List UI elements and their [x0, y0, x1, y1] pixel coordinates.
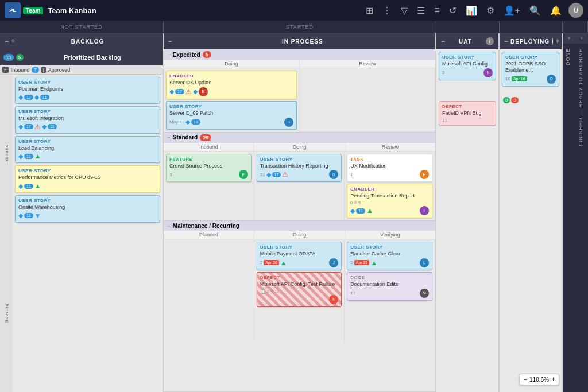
card-onsite-warehousing[interactable]: USER STORY Onsite Warehousing ◆ 11 ▼ [15, 195, 160, 223]
maintenance-planned-col [164, 239, 254, 343]
diamond-icon: ◆ [266, 171, 271, 178]
hierarchy-icon[interactable]: ⋮ [380, 4, 394, 17]
filter-icon[interactable]: ▽ [399, 4, 410, 17]
card-performance-metrics[interactable]: USER STORY Performance Metrics for CPU d… [15, 165, 160, 193]
card-type-label: DOCS [350, 275, 429, 280]
refresh-icon[interactable]: ↺ [447, 4, 459, 17]
badge-17: 17 [24, 124, 33, 129]
card-type-label: TASK [350, 157, 429, 162]
card-badges: 5 Apr 23 ▲ L [350, 258, 429, 267]
diamond-icon2: ◆ [42, 123, 47, 130]
card-mulesoft-api-config[interactable]: USER STORY Mulesoft API Config 5 N [439, 52, 496, 80]
search-icon[interactable]: 🔍 [527, 4, 543, 17]
deploying-badge-row: 8 0 [502, 96, 559, 104]
inprocess-collapse-btn[interactable]: − [168, 38, 172, 45]
expedited-collapse-btn[interactable]: − [167, 52, 171, 58]
card-num: 1 [350, 172, 353, 177]
finished-expand-icon[interactable]: + [580, 36, 583, 41]
maintenance-collapse-btn[interactable]: − [167, 223, 171, 229]
card-load-balancing[interactable]: USER STORY Load Balancing ◆ 11 ▲ [15, 136, 160, 164]
backlog-add-btn[interactable]: + [11, 37, 15, 45]
user-add-icon[interactable]: 👤+ [501, 4, 523, 17]
card-crowd-source[interactable]: FEATURE Crowd Source Process 3 F [166, 154, 252, 183]
card-mulesoft-defect[interactable]: DEFECT Mulesoft API Config. Test Failure… [257, 272, 342, 307]
expedited-review-label: Review [300, 60, 435, 68]
deploying-add-btn[interactable]: + [555, 37, 559, 45]
badge-17: 17 [175, 89, 184, 94]
card-pending-transaction[interactable]: ENABLER Pending Transaction Report 0 ⊘ 5… [347, 184, 432, 218]
date-badge: Apr 20 [264, 260, 279, 265]
card-type-label: USER STORY [18, 80, 157, 85]
warn-icon: ⚠ [282, 170, 288, 178]
standard-header: − Standard 25 [164, 133, 435, 143]
card-server-patch[interactable]: USER STORY Server D_09 Patch May 31 ◆ 11… [166, 101, 297, 130]
card-rancher-cache[interactable]: USER STORY Rancher Cache Clear 5 Apr 23 … [347, 242, 432, 270]
progress-sep: ⊘ [270, 289, 274, 293]
card-avatar: S [284, 118, 293, 127]
backlog-col-header: − + BACKLOG [0, 33, 163, 49]
card-documentation-edits[interactable]: DOCS Documentation Edits 11 M [347, 272, 432, 301]
may-label: May [169, 119, 178, 125]
zoom-out-btn[interactable]: − [523, 375, 527, 383]
card-ux-modification[interactable]: TASK UX Modification 1 H [347, 154, 432, 183]
card-badges: ◆ 11 ▲ [18, 152, 157, 160]
columns-icon[interactable]: ☰ [415, 4, 427, 17]
card-title: UX Modification [350, 163, 429, 169]
card-avatar: I [420, 206, 429, 215]
card-badges: 5 N [442, 68, 493, 77]
backlog-collapse-btn[interactable]: − [5, 37, 9, 45]
badge-17: 17 [272, 172, 281, 177]
card-title: Pending Transaction Report [350, 193, 429, 199]
diamond-icon: ◆ [18, 94, 23, 101]
maintenance-verifying-label: Verifying [345, 231, 435, 239]
done-header: + [563, 33, 575, 44]
topnav: PL Team Team Kanban ⊞ ⋮ ▽ ☰ ≡ ↺ 📊 ⚙ 👤+ 🔍… [0, 0, 588, 21]
standard-count: 25 [200, 134, 211, 141]
standard-swimlane: − Standard 25 Inbound Doing Review FEATU… [164, 133, 435, 222]
planview-logo: PL [5, 2, 21, 18]
inbound-label: Inbound [11, 67, 30, 73]
progress-icon: 📋 [260, 289, 266, 294]
grid-icon[interactable]: ⊞ [363, 4, 376, 17]
lane-header-deploying [500, 21, 563, 33]
user-avatar[interactable]: U [568, 3, 583, 18]
card-gdpr-sso[interactable]: USER STORY 2021 GDPR SSO Enablement 10 A… [502, 52, 559, 87]
settings-icon[interactable]: ⚙ [484, 4, 497, 17]
up-icon: ▲ [280, 259, 287, 267]
list-icon[interactable]: ≡ [432, 4, 442, 17]
uat-collapse-btn[interactable]: − [441, 37, 445, 45]
up-icon: ▲ [366, 207, 373, 215]
card-faceid-vpn[interactable]: DEFECT FaceID VPN Bug 11 [439, 101, 496, 126]
card-postman-endpoints[interactable]: USER STORY Postman Endpoints ◆ 17 ◆ 11 [15, 77, 160, 104]
diamond-icon: ◆ [169, 88, 174, 95]
badge-11: 11 [356, 208, 365, 214]
card-badges: ◆ 17 ◆ 11 [18, 94, 157, 101]
standard-doing-label: Doing [254, 143, 345, 151]
done-add-icon[interactable]: + [567, 36, 570, 41]
approved-label: Approved [48, 67, 71, 73]
zoom-bar: − 110.6% + [519, 374, 559, 385]
up-icon: ▲ [370, 259, 377, 267]
card-title: Crowd Source Process [169, 163, 248, 169]
card-badges: K [260, 295, 339, 304]
zoom-in-btn[interactable]: + [551, 375, 555, 383]
card-avatar: L [420, 258, 429, 267]
deploying-collapse-btn[interactable]: − [504, 37, 508, 45]
card-type-label: USER STORY [350, 244, 429, 250]
notifications-icon[interactable]: 🔔 [548, 4, 564, 17]
card-title: Rancher Cache Clear [350, 251, 429, 257]
badge-11: 11 [40, 95, 49, 100]
done-column: + DONE [563, 33, 575, 392]
standard-collapse-btn[interactable]: − [167, 134, 171, 141]
card-mobile-payment[interactable]: USER STORY Mobile Payment ODATA 5 Apr 20… [257, 242, 342, 270]
inprocess-column: − IN PROCESS − Expedited 5 Doing Review [164, 33, 436, 392]
card-avatar: K [329, 295, 338, 304]
uat-col-body: USER STORY Mulesoft API Config 5 N DEFEC… [436, 49, 498, 392]
card-mulesoft-integration[interactable]: USER STORY Mulesoft Integration ◆ 17 ⚠ ◆… [15, 106, 160, 134]
collapse-icon[interactable]: − [2, 67, 9, 73]
chart-icon[interactable]: 📊 [463, 4, 479, 17]
card-transaction-history[interactable]: USER STORY Transaction History Reporting… [257, 154, 342, 183]
card-num: 21 [260, 172, 265, 177]
card-server-os-update[interactable]: ENABLER Server OS Update ◆ 17 ⚠ ◆ E [166, 71, 297, 99]
card-num: 5 [442, 70, 444, 75]
